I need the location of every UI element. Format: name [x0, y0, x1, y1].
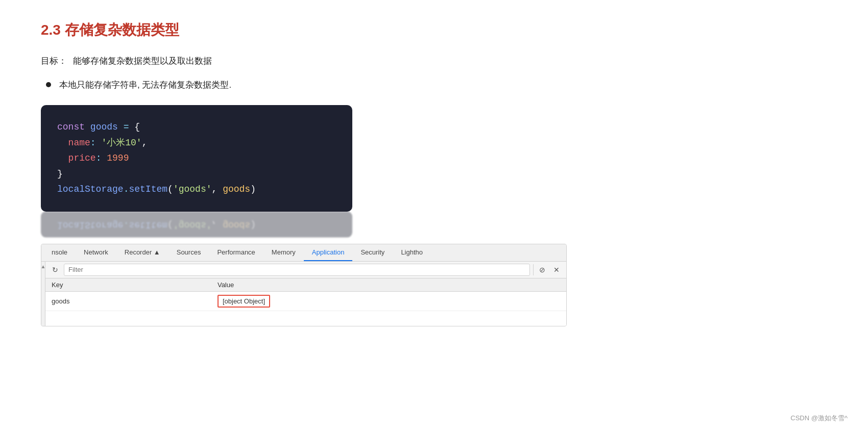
tab-application[interactable]: Application [304, 244, 353, 261]
bullet-item: 本地只能存储字符串, 无法存储复杂数据类型. [46, 79, 572, 91]
bullet-text: 本地只能存储字符串, 无法存储复杂数据类型. [59, 79, 231, 91]
devtools-content: ↻ ⊘ ✕ Key Value [45, 262, 566, 326]
tab-performance[interactable]: Performance [209, 244, 263, 261]
devtools-tabs: nsole Network Recorder ▲ Sources Perform… [41, 244, 566, 262]
col-key-header: Key [45, 278, 211, 292]
tab-memory[interactable]: Memory [263, 244, 304, 261]
code-line-3: price: 1999 [57, 150, 336, 166]
devtools-toolbar: ↻ ⊘ ✕ [45, 262, 566, 278]
objective-line: 目标： 能够存储复杂数据类型以及取出数据 [41, 55, 572, 67]
bullet-dot-icon [46, 82, 51, 87]
scroll-indicator: ▲ [41, 262, 45, 326]
objective-text: 能够存储复杂数据类型以及取出数据 [73, 55, 212, 67]
code-line-2: name: '小米10', [57, 135, 336, 151]
tab-security[interactable]: Security [352, 244, 393, 261]
filter-input[interactable] [64, 264, 530, 276]
code-line-1: const goods = { [57, 119, 336, 135]
tab-console[interactable]: nsole [43, 244, 76, 261]
empty-key [45, 311, 211, 326]
tab-network[interactable]: Network [76, 244, 116, 261]
code-line-5: localStorage.setItem('goods', goods) [57, 182, 336, 197]
tab-recorder[interactable]: Recorder ▲ [116, 244, 168, 261]
refresh-button[interactable]: ↻ [50, 264, 61, 275]
toolbar-separator [533, 264, 534, 275]
tab-lighthouse[interactable]: Lightho [393, 244, 431, 261]
devtools-body: ▲ ↻ ⊘ ✕ Key Value [41, 262, 566, 326]
objective-label: 目标： [41, 55, 67, 67]
code-block-wrapper: const goods = { name: '小米10', price: 199… [41, 105, 572, 238]
empty-row [45, 311, 566, 326]
code-block: const goods = { name: '小米10', price: 199… [41, 105, 352, 212]
bullet-list: 本地只能存储字符串, 无法存储复杂数据类型. [46, 79, 572, 91]
value-highlight: [object Object] [218, 295, 270, 308]
devtools-panel: nsole Network Recorder ▲ Sources Perform… [41, 244, 567, 327]
code-line-4: } [57, 166, 336, 182]
section-title: 2.3 存储复杂数据类型 [41, 20, 572, 40]
col-value-header: Value [211, 278, 566, 292]
code-reflection: localStorage.setItem('goods', goods) [41, 212, 352, 238]
watermark: CSDN @激如冬雪^ [790, 414, 848, 423]
tab-sources[interactable]: Sources [168, 244, 209, 261]
empty-value [211, 311, 566, 326]
value-cell: [object Object] [211, 291, 566, 311]
storage-table: Key Value goods [object Object] [45, 278, 566, 326]
close-icon[interactable]: ✕ [551, 264, 562, 275]
block-icon[interactable]: ⊘ [537, 264, 548, 275]
key-cell: goods [45, 291, 211, 311]
table-row[interactable]: goods [object Object] [45, 291, 566, 311]
